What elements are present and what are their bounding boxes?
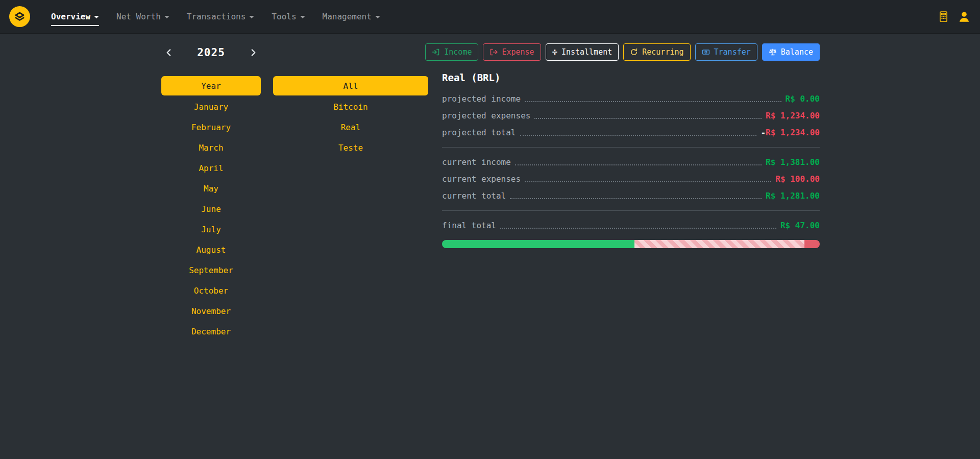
- person-icon: [958, 10, 971, 23]
- row-label: final total: [442, 221, 496, 230]
- installment-button[interactable]: ÷ Installment: [546, 43, 619, 61]
- row-value: R$ 1,281.00: [766, 191, 820, 201]
- previous-year-button[interactable]: [161, 45, 177, 60]
- nav-label: Management: [323, 12, 372, 21]
- progress-negative-segment: [804, 240, 820, 248]
- button-label: Transfer: [714, 47, 751, 57]
- year-selector: 2025: [161, 43, 261, 62]
- row-value: R$ 1,234.00: [766, 128, 820, 137]
- account-real[interactable]: Real: [273, 117, 428, 137]
- button-label: Expense: [502, 47, 534, 57]
- nav-label: Tools: [272, 12, 296, 21]
- nav-item-tools[interactable]: Tools: [272, 7, 305, 26]
- dotted-leader: [500, 228, 776, 229]
- dotted-leader: [510, 198, 762, 199]
- row-label: current total: [442, 191, 506, 201]
- period-panel: 2025 Year January February March April M…: [161, 43, 261, 342]
- button-label: Installment: [561, 47, 612, 57]
- recurring-button[interactable]: Recurring: [623, 43, 690, 61]
- divide-icon: ÷: [552, 48, 557, 57]
- dotted-leader: [515, 164, 762, 165]
- account-list: Bitcoin Real Teste: [273, 96, 428, 158]
- main-nav: Overview Net Worth Transactions Tools Ma…: [42, 0, 389, 33]
- navbar: Overview Net Worth Transactions Tools Ma…: [0, 0, 980, 33]
- summary-row-current-income: current income R$ 1,381.00: [442, 154, 820, 171]
- button-label: Recurring: [642, 47, 683, 57]
- summary-title: Real (BRL): [442, 72, 820, 83]
- summary-row-current-total: current total R$ 1,281.00: [442, 187, 820, 204]
- dotted-leader: [525, 181, 771, 182]
- calculator-button[interactable]: [938, 11, 949, 22]
- chevron-down-icon: [300, 16, 305, 18]
- chevron-down-icon: [249, 16, 254, 18]
- nav-label: Overview: [51, 12, 90, 21]
- balance-scale-icon: [769, 48, 777, 56]
- next-year-button[interactable]: [246, 45, 261, 60]
- row-value: R$ 0.00: [786, 94, 820, 104]
- chevron-right-icon: [249, 48, 258, 57]
- row-label: current expenses: [442, 174, 521, 184]
- income-button[interactable]: Income: [425, 43, 478, 61]
- year-label: 2025: [197, 46, 225, 59]
- chevron-down-icon: [94, 16, 99, 18]
- month-october[interactable]: October: [161, 280, 261, 301]
- button-label: Balance: [781, 47, 813, 57]
- cash-icon: [702, 48, 710, 56]
- account-teste[interactable]: Teste: [273, 137, 428, 158]
- nav-item-net-worth[interactable]: Net Worth: [116, 7, 169, 26]
- row-label: current income: [442, 157, 511, 167]
- summary-row-projected-total: projected total - R$ 1,234.00: [442, 124, 820, 141]
- user-profile-button[interactable]: [958, 10, 971, 23]
- year-button[interactable]: Year: [161, 76, 261, 95]
- transaction-toolbar: Income Expense ÷ Installment: [442, 43, 820, 61]
- accounts-panel: All Bitcoin Real Teste: [273, 43, 428, 342]
- brand-logo[interactable]: [9, 6, 30, 27]
- summary-panel: Income Expense ÷ Installment: [442, 43, 820, 342]
- divider: [442, 147, 820, 148]
- summary-row-current-expenses: current expenses R$ 100.00: [442, 171, 820, 187]
- month-may[interactable]: May: [161, 178, 261, 199]
- box-arrow-out-right-icon: [489, 48, 498, 56]
- summary-row-projected-expenses: projected expenses R$ 1,234.00: [442, 107, 820, 124]
- month-june[interactable]: June: [161, 199, 261, 219]
- dotted-leader: [520, 135, 757, 136]
- row-value: R$ 1,234.00: [766, 111, 820, 120]
- income-expense-progress-bar: [442, 240, 820, 248]
- transfer-button[interactable]: Transfer: [695, 43, 757, 61]
- dotted-leader: [525, 101, 781, 102]
- row-value: R$ 100.00: [775, 174, 820, 184]
- month-list: January February March April May June Ju…: [161, 96, 261, 342]
- chevron-down-icon: [164, 16, 169, 18]
- summary-row-final-total: final total R$ 47.00: [442, 217, 820, 234]
- row-value: R$ 47.00: [780, 221, 820, 230]
- expense-button[interactable]: Expense: [483, 43, 541, 61]
- month-july[interactable]: July: [161, 219, 261, 239]
- month-december[interactable]: December: [161, 321, 261, 342]
- calculator-icon: [938, 11, 949, 22]
- month-august[interactable]: August: [161, 239, 261, 260]
- month-february[interactable]: February: [161, 117, 261, 137]
- month-november[interactable]: November: [161, 301, 261, 321]
- month-march[interactable]: March: [161, 137, 261, 158]
- nav-item-overview[interactable]: Overview: [51, 7, 99, 26]
- month-april[interactable]: April: [161, 158, 261, 178]
- progress-positive-segment: [442, 240, 634, 248]
- nav-item-transactions[interactable]: Transactions: [187, 7, 255, 26]
- row-value: R$ 1,381.00: [766, 157, 820, 167]
- box-arrow-in-right-icon: [432, 48, 440, 56]
- summary-row-projected-income: projected income R$ 0.00: [442, 90, 820, 107]
- layers-icon: [14, 11, 26, 22]
- account-bitcoin[interactable]: Bitcoin: [273, 96, 428, 117]
- value-sign: -: [761, 128, 766, 137]
- progress-striped-negative-segment: [634, 240, 804, 248]
- month-january[interactable]: January: [161, 96, 261, 117]
- row-label: projected total: [442, 128, 516, 137]
- arrow-repeat-icon: [630, 48, 638, 56]
- balance-button[interactable]: Balance: [762, 43, 820, 61]
- nav-label: Transactions: [187, 12, 246, 21]
- chevron-left-icon: [164, 48, 174, 57]
- all-accounts-button[interactable]: All: [273, 76, 428, 95]
- month-september[interactable]: September: [161, 260, 261, 280]
- nav-item-management[interactable]: Management: [323, 7, 380, 26]
- row-label: projected income: [442, 94, 521, 104]
